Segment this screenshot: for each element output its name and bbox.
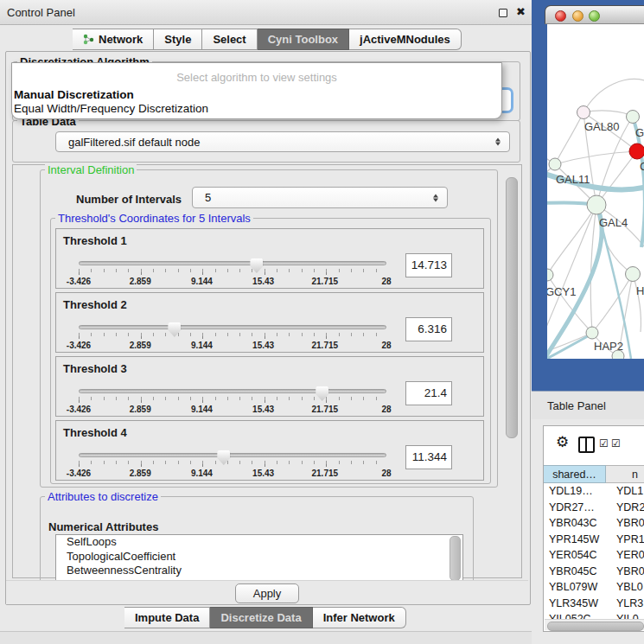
table-data-combobox[interactable]: galFiltered.sif default node [55, 131, 510, 152]
cell-name: YDL1 [606, 485, 643, 497]
top-tab[interactable]: Style [154, 29, 202, 50]
top-tab[interactable]: Select [202, 29, 257, 50]
scale-tick-label: 21.715 [312, 405, 339, 414]
table-row[interactable]: YER054C YER0 [544, 547, 644, 564]
app-root: Control Panel ✖ Network [0, 0, 644, 644]
slider-track[interactable] [79, 453, 386, 457]
top-tab[interactable]: Cyni Toolbox [258, 29, 349, 50]
dropdown-option[interactable]: Equal Width/Frequency Discretization [14, 102, 498, 116]
network-node[interactable] [626, 267, 641, 282]
top-tab[interactable]: Network [73, 29, 154, 50]
threshold-value-field[interactable]: 11.344 [405, 445, 452, 469]
table-row[interactable]: YLR345W YLR3 [544, 596, 644, 612]
threshold-slider[interactable]: -3.426 2.859 9.144 15.43 21.715 28 [79, 317, 386, 352]
table-data-value: galFiltered.sif default node [56, 136, 200, 149]
network-node[interactable] [629, 143, 644, 159]
attribute-list-item[interactable]: SelfLoops [56, 535, 462, 550]
checkbox-icon[interactable]: ☑ [611, 437, 621, 450]
hscrollbar-thumb[interactable] [547, 622, 644, 631]
threshold-label: Threshold 1 [63, 234, 127, 247]
scale-tick-label: 9.144 [191, 277, 213, 286]
attribute-list-item[interactable]: TopologicalCoefficient [56, 550, 462, 564]
table-rows: YDL19… YDL1 YDR27… YDR2 YBR043C YBR0 YPR… [544, 483, 644, 628]
threshold-label: Threshold 4 [63, 426, 127, 439]
cell-name: YLR3 [606, 597, 643, 609]
network-node[interactable] [587, 195, 606, 214]
vertical-scrollbar[interactable] [506, 177, 518, 438]
attributes-group-title: Attributes to discretize [45, 490, 161, 503]
slider-minor-ticks [79, 269, 388, 272]
dropdown-hint-item[interactable]: Select algorithm to view settings [12, 71, 501, 84]
network-node[interactable] [547, 269, 553, 281]
apply-bar: Apply [6, 580, 528, 604]
table-panel-title: Table Panel [547, 399, 606, 412]
top-tabbar: Network Style [73, 29, 462, 50]
network-node-label: C [640, 160, 644, 173]
scale-tick-label: 9.144 [191, 405, 213, 414]
threshold-panel: Threshold 4 -3.426 2.859 9.144 [55, 420, 484, 481]
cell-shared-name: YDR27… [544, 501, 606, 513]
network-node[interactable] [612, 350, 624, 359]
threshold-slider[interactable]: -3.426 2.859 9.144 15.43 21.715 28 [79, 253, 386, 288]
top-tab[interactable]: jActiveMNodules [349, 29, 462, 50]
network-node[interactable] [577, 106, 590, 119]
bottom-tab[interactable]: Impute Data [124, 607, 210, 628]
table-row[interactable]: YBR043C YBR0 [544, 515, 644, 532]
scale-tick-label: 21.715 [312, 341, 339, 350]
apply-button[interactable]: Apply [235, 583, 299, 603]
network-window-titlebar[interactable] [545, 5, 644, 24]
zoom-window-button[interactable] [589, 10, 600, 22]
table-row[interactable]: YDL19… YDL1 [544, 483, 644, 500]
slider-track[interactable] [79, 325, 386, 329]
number-of-intervals-combobox[interactable]: 5 [192, 187, 448, 208]
network-node-label: GAL80 [584, 120, 619, 133]
attribute-list-item[interactable]: BetweennessCentrality [56, 564, 462, 578]
columns-icon[interactable] [578, 437, 595, 453]
threshold-slider[interactable]: -3.426 2.859 9.144 15.43 21.715 28 [79, 445, 386, 480]
table-row[interactable]: YBL079W YBL0 [544, 579, 644, 596]
column-header-shared-name[interactable]: shared… [544, 465, 606, 483]
network-node[interactable] [549, 158, 561, 170]
network-node[interactable] [627, 111, 640, 124]
slider-track[interactable] [79, 261, 386, 265]
threshold-panel: Threshold 3 -3.426 2.859 9.144 [55, 356, 484, 417]
table-row[interactable]: YPR145W YPR1 [544, 532, 644, 548]
table-horizontal-scrollbar[interactable] [545, 619, 644, 630]
table-header-row: shared… n [544, 465, 644, 483]
column-header-name[interactable]: n [606, 465, 644, 483]
attributes-list-scrollbar[interactable] [450, 536, 461, 581]
gear-icon[interactable]: ⚙ [556, 433, 569, 450]
network-node-label: G [635, 126, 644, 139]
scale-tick-label: 28 [381, 469, 391, 478]
network-canvas[interactable]: GAL80GCGAL11GAL4GCY1HHAP2 [547, 24, 644, 359]
network-node[interactable] [586, 327, 598, 339]
network-nodes[interactable]: GAL80GCGAL11GAL4GCY1HHAP2 [547, 106, 644, 360]
threshold-value-field[interactable]: 14.713 [405, 253, 452, 277]
threshold-value-field[interactable]: 21.4 [405, 381, 452, 405]
scale-tick-label: 15.43 [252, 277, 274, 286]
slider-track[interactable] [79, 389, 386, 393]
cell-name: YBR0 [606, 565, 644, 577]
node-table: ⚙ ☑ ☑ shared… n YDL19… YDL1 YDR27… YDR2 [543, 425, 644, 632]
close-panel-icon[interactable]: ✖ [516, 5, 526, 18]
slider-minor-ticks [79, 397, 388, 400]
table-row[interactable]: YDR27… YDR2 [544, 500, 644, 516]
cell-name: YBR0 [606, 517, 644, 529]
minimize-window-button[interactable] [572, 10, 583, 22]
scale-tick-label: 15.43 [252, 405, 274, 414]
dropdown-options: Manual Discretization Equal Width/Freque… [12, 88, 501, 116]
threshold-value-field[interactable]: 6.316 [405, 317, 452, 341]
float-window-icon[interactable] [499, 9, 507, 17]
table-row[interactable]: YBR045C YBR0 [544, 564, 644, 580]
dropdown-option[interactable]: Manual Discretization [14, 88, 498, 102]
scale-tick-label: 9.144 [191, 341, 213, 350]
close-window-button[interactable] [555, 10, 566, 22]
threshold-slider[interactable]: -3.426 2.859 9.144 15.43 21.715 28 [79, 381, 386, 416]
bottom-tab[interactable]: Discretize Data [210, 607, 312, 628]
checkbox-icon[interactable]: ☑ [599, 437, 609, 450]
network-node-label: GCY1 [547, 285, 576, 298]
slider-scale: -3.426 2.859 9.144 15.43 21.715 28 [79, 341, 386, 352]
bottom-tab[interactable]: Infer Network [313, 607, 406, 628]
threshold-label: Threshold 3 [63, 362, 127, 375]
cell-name: YPR1 [606, 533, 644, 545]
